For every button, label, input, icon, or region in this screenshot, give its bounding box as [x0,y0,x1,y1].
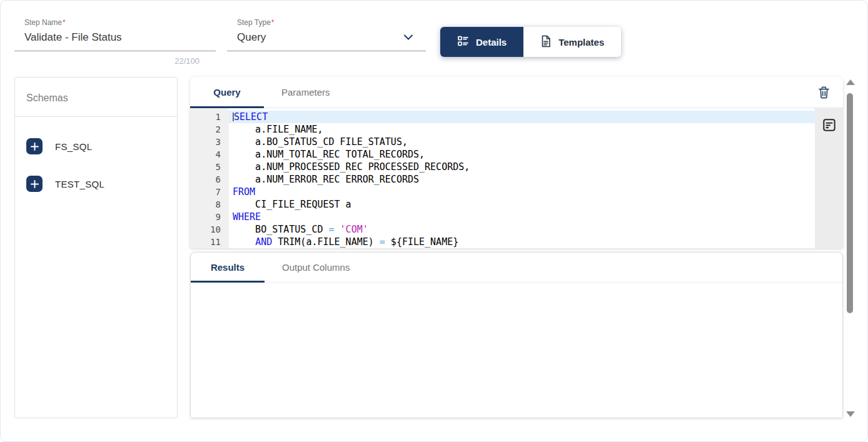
plus-icon [31,143,39,151]
schema-item-test-sql[interactable]: TEST_SQL [15,176,177,192]
details-button[interactable]: Details [440,27,523,57]
notes-icon [821,126,837,135]
step-type-field: Step Type* Query [227,18,426,51]
code-line[interactable]: BO_STATUS_CD = 'COM' [229,223,815,236]
code-line[interactable]: CI_FILE_REQUEST a [229,198,815,211]
ballot-icon [457,35,469,49]
trash-icon [817,92,830,101]
tab-results[interactable]: Results [191,253,265,282]
line-number: 7 [190,186,229,198]
add-schema-button[interactable] [26,176,43,192]
line-number: 4 [190,148,229,161]
query-tabs: Query Parameters [190,77,843,108]
scroll-down-button[interactable] [846,411,855,417]
format-query-button[interactable] [821,117,837,133]
code-line[interactable]: SELECT [229,111,815,123]
results-body [191,283,842,418]
delete-query-button[interactable] [815,83,833,102]
schema-item-label: TEST_SQL [55,179,104,189]
code-line[interactable]: a.NUM_ERROR_REC ERROR_RECORDS [229,173,815,186]
step-name-input[interactable] [24,31,212,44]
scroll-up-button[interactable] [846,79,855,85]
line-number: 5 [190,161,229,173]
scrollbar-thumb[interactable] [847,93,853,313]
line-number: 3 [190,136,229,148]
code-line[interactable]: WHERE [229,211,815,223]
line-number: 9 [190,211,229,223]
tab-query[interactable]: Query [190,77,264,108]
schemas-panel: Schemas FS_SQL TEST_SQL [14,77,178,418]
document-icon [540,35,552,49]
required-asterisk: * [271,18,275,27]
plus-icon [31,180,39,188]
line-number: 8 [190,198,229,211]
line-number: 6 [190,173,229,186]
results-tabs: Results Output Columns [191,253,842,283]
step-name-field: Step Name* 22/100 [14,18,216,66]
code-line[interactable]: AND TRIM(a.FILE_NAME) = ${FILE_NAME} [229,236,815,248]
line-number: 10 [190,223,229,236]
sql-editor: 1234567891011 SELECT a.FILE_NAME, a.BO_S… [190,108,843,248]
add-schema-button[interactable] [26,138,43,154]
schemas-title: Schemas [15,78,177,117]
step-name-label: Step Name* [14,18,216,27]
line-number-gutter: 1234567891011 [190,108,229,248]
step-type-select[interactable]: Query [227,31,426,51]
step-editor-page: Step Name* 22/100 Step Type* Query [0,0,868,442]
code-line[interactable]: a.NUM_PROCESSED_REC PROCESSED_RECORDS, [229,161,815,173]
step-type-label: Step Type* [227,18,426,27]
query-panel: Query Parameters 1234567891011 SELE [190,77,843,248]
schema-item-label: FS_SQL [55,141,92,152]
line-number: 11 [190,236,229,248]
char-counter: 22/100 [14,56,216,66]
editor-side-rail [815,108,843,248]
templates-button[interactable]: Templates [523,27,621,57]
results-panel: Results Output Columns [190,252,843,418]
view-toggle: Details Templates [440,27,621,57]
tab-output-columns[interactable]: Output Columns [265,253,367,282]
step-type-value: Query [237,31,266,44]
code-line[interactable]: a.BO_STATUS_CD FILE_STATUS, [229,136,815,148]
code-line[interactable]: a.FILE_NAME, [229,123,815,136]
schema-item-fs-sql[interactable]: FS_SQL [15,138,177,154]
code-line[interactable]: a.NUM_TOTAL_REC TOTAL_RECORDS, [229,148,815,161]
code-area[interactable]: SELECT a.FILE_NAME, a.BO_STATUS_CD FILE_… [229,108,815,248]
main-area: Query Parameters 1234567891011 SELE [190,77,843,418]
code-line[interactable]: FROM [229,186,815,198]
tab-parameters[interactable]: Parameters [264,77,348,108]
line-number: 2 [190,123,229,136]
page-scrollbar [845,79,855,418]
line-number: 1 [190,111,229,123]
chevron-down-icon [403,32,413,43]
required-asterisk: * [63,18,66,27]
